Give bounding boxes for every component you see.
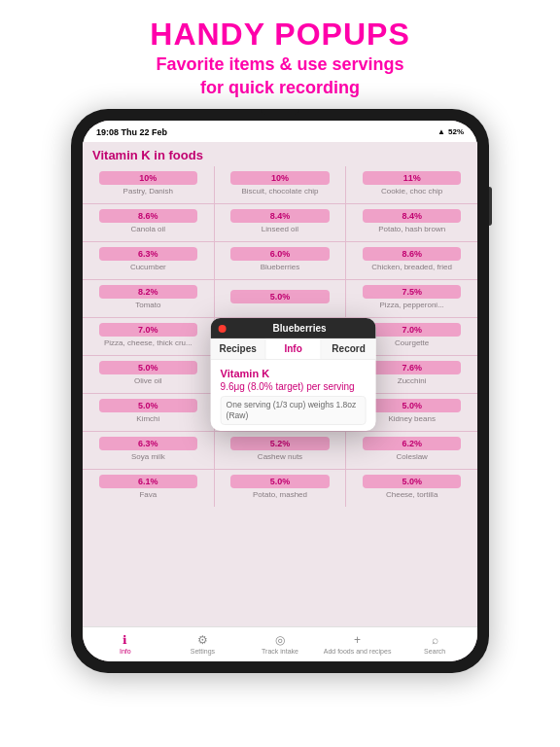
tab-recipes[interactable]: Recipes bbox=[211, 338, 266, 359]
popup-tabs: Recipes Info Record bbox=[211, 338, 376, 360]
tab-bar: ℹ Info ⚙ Settings ◎ Track intake + Add f… bbox=[83, 626, 477, 661]
tab-item-settings[interactable]: ⚙ Settings bbox=[164, 633, 242, 655]
popup-nutrient-label: Vitamin K bbox=[221, 368, 367, 379]
status-time: 19:08 Thu 22 Feb bbox=[96, 127, 167, 137]
side-button bbox=[489, 187, 492, 226]
tab-icon: ⚙ bbox=[197, 633, 208, 647]
tab-icon: + bbox=[354, 633, 361, 647]
tab-label: Add foods and recipes bbox=[324, 648, 392, 655]
popup-nutrient-value: 9.6μg (8.0% target) per serving bbox=[221, 381, 367, 392]
tab-label: Info bbox=[120, 648, 131, 655]
tab-item-track-intake[interactable]: ◎ Track intake bbox=[241, 633, 319, 655]
popup-body: Vitamin K 9.6μg (8.0% target) per servin… bbox=[211, 360, 376, 431]
tab-label: Track intake bbox=[262, 648, 298, 655]
status-bar: 19:08 Thu 22 Feb ▲ 52% bbox=[83, 121, 477, 142]
header-subtitle: Favorite items & use servingsfor quick r… bbox=[19, 53, 541, 99]
popup[interactable]: Blueberries Recipes Info Record Vitamin … bbox=[211, 318, 376, 431]
tab-label: Search bbox=[424, 648, 445, 655]
tab-record[interactable]: Record bbox=[322, 338, 376, 359]
popup-serving-info: One serving (1/3 cup) weighs 1.8oz (Raw) bbox=[221, 396, 367, 425]
wifi-icon: ▲ bbox=[438, 127, 445, 136]
tab-label: Settings bbox=[191, 648, 215, 655]
header: HANDY POPUPS Favorite items & use servin… bbox=[0, 0, 560, 109]
tab-item-search[interactable]: ⌕ Search bbox=[396, 633, 473, 655]
status-right: ▲ 52% bbox=[438, 127, 464, 136]
close-dot-icon[interactable] bbox=[219, 324, 227, 332]
device-notch bbox=[261, 109, 299, 115]
screen-content: Vitamin K in foods 10% Pastry, Danish 10… bbox=[83, 142, 477, 626]
tab-icon: ⌕ bbox=[432, 633, 438, 647]
tab-item-add-foods-and-recipes[interactable]: + Add foods and recipes bbox=[319, 633, 397, 655]
device-frame: 19:08 Thu 22 Feb ▲ 52% Vitamin K in food… bbox=[71, 109, 489, 673]
popup-header: Blueberries bbox=[211, 318, 376, 338]
tab-item-info[interactable]: ℹ Info bbox=[87, 633, 164, 655]
device-screen: 19:08 Thu 22 Feb ▲ 52% Vitamin K in food… bbox=[83, 121, 477, 661]
header-title: HANDY POPUPS bbox=[19, 18, 541, 52]
popup-overlay: Blueberries Recipes Info Record Vitamin … bbox=[83, 142, 477, 626]
tab-info[interactable]: Info bbox=[266, 338, 322, 359]
tab-icon: ◎ bbox=[275, 633, 285, 647]
tab-icon: ℹ bbox=[122, 633, 127, 647]
popup-title: Blueberries bbox=[231, 323, 368, 334]
